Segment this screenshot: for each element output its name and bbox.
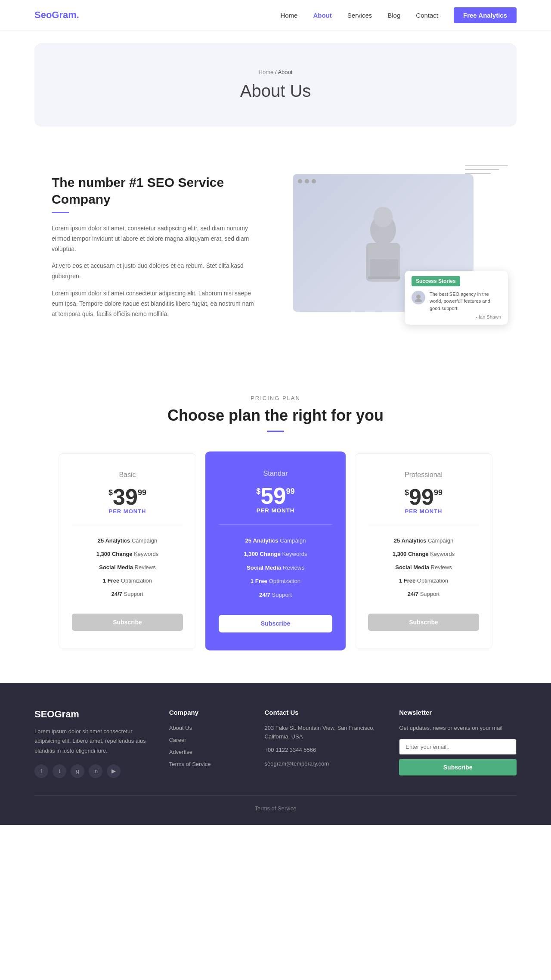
social-google[interactable]: g (71, 764, 84, 778)
list-item: Social Media Reviews (72, 561, 183, 574)
price-dollar-professional: $ (405, 488, 409, 497)
hero-title: About Us (34, 81, 517, 101)
svg-point-5 (416, 295, 421, 299)
list-item: 24/7 Support (368, 587, 479, 601)
social-youtube[interactable]: ▶ (107, 764, 121, 778)
plan-name-basic: Basic (72, 471, 183, 479)
price-row-standard: $ 59 99 (219, 484, 332, 507)
social-icons: f t g in ▶ (34, 764, 152, 778)
per-month-basic: PER MONTH (72, 508, 183, 515)
social-twitter[interactable]: t (53, 764, 66, 778)
breadcrumb-current: About (278, 69, 292, 75)
newsletter-button[interactable]: Subscribe (399, 759, 517, 775)
success-card-label: Success Stories (412, 276, 460, 286)
footer-company-links: About Us Career Advertise Terms of Servi… (169, 724, 248, 768)
newsletter-input[interactable] (399, 739, 517, 755)
footer-link-terms[interactable]: Terms of Service (169, 761, 211, 767)
social-instagram[interactable]: in (89, 764, 102, 778)
success-card-text-wrapper: The best SEO agency in the world, powerf… (430, 291, 501, 320)
list-item: 1 Free Optimization (72, 574, 183, 587)
nav-about[interactable]: About (313, 12, 331, 19)
list-item: 25 Analytics Campaign (72, 534, 183, 547)
footer-contact: Contact Us 203 Fake St. Mountain View, S… (265, 709, 382, 778)
price-cents-professional: 99 (434, 488, 443, 497)
svg-point-2 (374, 207, 393, 227)
footer: SEOGram Lorem ipsum dolor sit amet conse… (0, 683, 551, 825)
footer-contact-title: Contact Us (265, 709, 382, 716)
footer-link-career[interactable]: Career (169, 737, 186, 743)
list-item: 25 Analytics Campaign (368, 534, 479, 547)
dot-3 (312, 179, 316, 183)
avatar-icon (414, 293, 423, 302)
social-facebook[interactable]: f (34, 764, 48, 778)
list-item: Social Media Reviews (368, 561, 479, 574)
per-month-professional: PER MONTH (368, 508, 479, 515)
footer-newsletter-desc: Get updates, news or events on your mail (399, 724, 517, 733)
list-item: 1,300 Change Keywords (72, 547, 183, 561)
list-item: Social Media Reviews (219, 561, 332, 575)
pricing-underline (267, 431, 284, 432)
dot-1 (298, 179, 302, 183)
list-item: 24/7 Support (219, 588, 332, 602)
plan-name-standard: Standar (219, 470, 332, 478)
footer-email: seogram@temporary.com (265, 760, 382, 768)
plan-name-professional: Professional (368, 471, 479, 479)
divider-basic (72, 525, 183, 525)
deco-line-1 (465, 165, 508, 166)
footer-newsletter-title: Newsletter (399, 709, 517, 716)
list-item: 1 Free Optimization (219, 574, 332, 588)
divider-professional (368, 525, 479, 525)
about-para3: Lorem ipsum dolor sit amet consectetur a… (52, 288, 258, 319)
nav-blog[interactable]: Blog (387, 12, 400, 19)
nav-services[interactable]: Services (347, 12, 372, 19)
success-card: Success Stories The best SEO agency in t… (405, 271, 508, 325)
footer-company-title: Company (169, 709, 248, 716)
about-image: Success Stories The best SEO agency in t… (293, 174, 499, 312)
subscribe-button-professional[interactable]: Subscribe (368, 614, 479, 631)
subscribe-button-basic[interactable]: Subscribe (72, 614, 183, 631)
list-item: 1,300 Change Keywords (368, 547, 479, 561)
footer-brand: SEOGram Lorem ipsum dolor sit amet conse… (34, 709, 152, 778)
footer-link-about[interactable]: About Us (169, 725, 192, 731)
breadcrumb-home[interactable]: Home (259, 69, 274, 75)
feature-list-standard: 25 Analytics Campaign 1,300 Change Keywo… (219, 534, 332, 602)
list-item: 24/7 Support (72, 587, 183, 601)
avatar (412, 291, 425, 304)
navbar: SeoGram. Home About Services Blog Contac… (0, 0, 551, 30)
footer-company: Company About Us Career Advertise Terms … (169, 709, 248, 778)
about-section: The number #1 SEO Service Company Lorem … (0, 140, 551, 360)
free-analytics-button[interactable]: Free Analytics (454, 7, 517, 23)
subscribe-button-standard[interactable]: Subscribe (219, 615, 332, 633)
pricing-card-basic: Basic $ 39 99 PER MONTH 25 Analytics Cam… (59, 453, 196, 648)
footer-phone: +00 1122 3344 5566 (265, 746, 382, 754)
per-month-standard: PER MONTH (219, 507, 332, 514)
footer-newsletter: Newsletter Get updates, news or events o… (399, 709, 517, 778)
nav-home[interactable]: Home (280, 12, 297, 19)
success-author: - Ian Shawn (430, 314, 501, 319)
footer-terms-link[interactable]: Terms of Service (255, 805, 297, 812)
pricing-label: PRICING PLAN (34, 395, 517, 401)
pricing-cards: Basic $ 39 99 PER MONTH 25 Analytics Cam… (34, 453, 517, 648)
price-dollar-basic: $ (108, 488, 113, 497)
about-heading: The number #1 SEO Service Company (52, 174, 258, 208)
price-row-professional: $ 99 99 (368, 486, 479, 508)
about-underline (52, 212, 69, 213)
dot-2 (305, 179, 309, 183)
pricing-card-professional: Professional $ 99 99 PER MONTH 25 Analyt… (355, 453, 492, 648)
footer-grid: SEOGram Lorem ipsum dolor sit amet conse… (34, 709, 517, 778)
about-para2: At vero eos et accusam et justo duo dolo… (52, 261, 258, 282)
success-card-body: The best SEO agency in the world, powerf… (412, 291, 501, 320)
pricing-card-standard: Standar $ 59 99 PER MONTH 25 Analytics C… (205, 452, 346, 651)
svg-rect-3 (370, 259, 398, 276)
feature-list-professional: 25 Analytics Campaign 1,300 Change Keywo… (368, 534, 479, 601)
nav-contact[interactable]: Contact (416, 12, 438, 19)
logo[interactable]: SeoGram. (34, 9, 79, 21)
footer-address: 203 Fake St. Mountain View, San Francisc… (265, 724, 382, 741)
nav-links: Home About Services Blog Contact Free An… (280, 7, 517, 23)
svg-point-6 (415, 299, 422, 302)
divider-standard (219, 524, 332, 525)
window-dots (298, 179, 316, 183)
price-cents-basic: 99 (138, 488, 146, 497)
footer-link-advertise[interactable]: Advertise (169, 749, 192, 755)
footer-bottom-text: Terms of Service (255, 805, 297, 812)
